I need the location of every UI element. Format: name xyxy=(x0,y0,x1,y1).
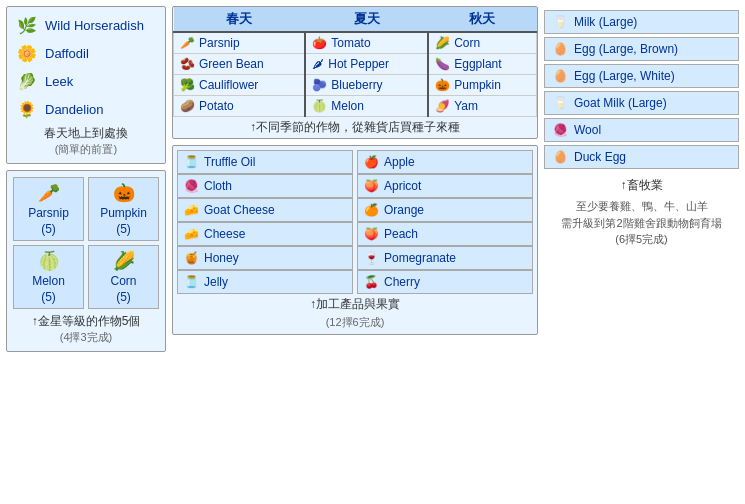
jelly-icon xyxy=(184,275,199,289)
main-container: Wild Horseradish Daffodil Leek Dandelion… xyxy=(0,0,745,504)
artisan-right-col: Apple Apricot Orange Peach Pomegranate C… xyxy=(357,150,533,294)
artisan-box: Truffle Oil Cloth Goat Cheese Cheese Hon… xyxy=(172,145,538,335)
goatmilk-icon xyxy=(553,96,568,110)
mid-column: 春天夏天秋天 ParsnipTomatoCornGreen BeanHot Pe… xyxy=(172,6,538,498)
honey-icon xyxy=(184,251,199,265)
blueberry-icon xyxy=(312,78,327,92)
season-cell: Blueberry xyxy=(305,75,428,96)
livestock-name: Wool xyxy=(574,123,601,137)
livestock-item: Goat Milk (Large) xyxy=(544,91,739,115)
artisan-name: Apricot xyxy=(384,179,421,193)
seasons-caption: ↑不同季節的作物，從雜貨店買種子來種 xyxy=(173,117,537,138)
horseradish-icon xyxy=(15,13,39,37)
artisan-item: Goat Cheese xyxy=(177,198,353,222)
artisan-name: Apple xyxy=(384,155,415,169)
season-cell: Green Bean xyxy=(174,54,306,75)
parsnip-icon xyxy=(180,36,195,50)
pomegranate-icon xyxy=(364,251,379,265)
livestock-item: Duck Egg xyxy=(544,145,739,169)
artisan-name: Honey xyxy=(204,251,239,265)
artisan-name: Cherry xyxy=(384,275,420,289)
season-cell: Hot Pepper xyxy=(305,54,428,75)
plant-name: Dandelion xyxy=(45,102,104,117)
egg-icon xyxy=(553,69,568,83)
goatcheese-icon xyxy=(184,203,199,217)
daffodil-icon xyxy=(15,41,39,65)
livestock-item: Egg (Large, Brown) xyxy=(544,37,739,61)
season-row: ParsnipTomatoCorn xyxy=(174,32,537,54)
artisan-item: Jelly xyxy=(177,270,353,294)
artisan-name: Pomegranate xyxy=(384,251,456,265)
plant-item: Dandelion xyxy=(15,97,157,121)
crop-name: Pumpkin xyxy=(454,78,501,92)
seasons-table: 春天夏天秋天 ParsnipTomatoCornGreen BeanHot Pe… xyxy=(173,7,537,117)
season-row: PotatoMelonYam xyxy=(174,96,537,117)
right-column: Milk (Large) Egg (Large, Brown) Egg (Lar… xyxy=(544,6,739,498)
livestock-name: Egg (Large, Brown) xyxy=(574,42,678,56)
cauliflower-icon xyxy=(180,78,195,92)
star-crop-item: Parsnip (5) xyxy=(13,177,84,241)
artisan-item: Orange xyxy=(357,198,533,222)
pumpkin-icon xyxy=(113,182,135,204)
star-crops-grid: Parsnip (5) Pumpkin (5) Melon (5) Corn (… xyxy=(13,177,159,309)
crop-name: Hot Pepper xyxy=(328,57,389,71)
star-crop-item: Corn (5) xyxy=(88,245,159,309)
eggplant-icon xyxy=(435,57,450,71)
livestock-name: Goat Milk (Large) xyxy=(574,96,667,110)
duckegg-icon xyxy=(553,150,568,164)
season-row: Green BeanHot PepperEggplant xyxy=(174,54,537,75)
livestock-caption: ↑畜牧業 xyxy=(544,177,739,194)
cheese-icon xyxy=(184,227,199,241)
cherry-icon xyxy=(364,275,379,289)
season-cell: Parsnip xyxy=(174,32,306,54)
plant-name: Wild Horseradish xyxy=(45,18,144,33)
season-cell: Eggplant xyxy=(428,54,536,75)
star-crop-item: Pumpkin (5) xyxy=(88,177,159,241)
star-crop-name: Melon xyxy=(32,274,65,288)
corn-icon xyxy=(435,36,450,50)
artisan-name: Cloth xyxy=(204,179,232,193)
livestock-item: Egg (Large, White) xyxy=(544,64,739,88)
star-crop-count: (5) xyxy=(116,290,131,304)
plant-item: Leek xyxy=(15,69,157,93)
star-crop-name: Pumpkin xyxy=(100,206,147,220)
star-crop-name: Corn xyxy=(110,274,136,288)
artisan-item: Apple xyxy=(357,150,533,174)
cloth-icon xyxy=(184,179,199,193)
season-cell: Cauliflower xyxy=(174,75,306,96)
crop-name: Blueberry xyxy=(331,78,382,92)
plants-list: Wild Horseradish Daffodil Leek Dandelion xyxy=(15,13,157,121)
plant-name: Leek xyxy=(45,74,73,89)
artisan-name: Truffle Oil xyxy=(204,155,255,169)
hotpepper-icon xyxy=(312,57,324,71)
season-cell: Corn xyxy=(428,32,536,54)
plant-item: Wild Horseradish xyxy=(15,13,157,37)
plant-item: Daffodil xyxy=(15,41,157,65)
crop-name: Tomato xyxy=(331,36,370,50)
star-crop-count: (5) xyxy=(41,222,56,236)
livestock-item: Milk (Large) xyxy=(544,10,739,34)
artisan-name: Peach xyxy=(384,227,418,241)
parsnip-icon xyxy=(38,182,60,204)
apricot-icon xyxy=(364,179,379,193)
crop-name: Yam xyxy=(454,99,478,113)
artisan-item: Apricot xyxy=(357,174,533,198)
artisan-item: Cloth xyxy=(177,174,353,198)
artisan-item: Pomegranate xyxy=(357,246,533,270)
livestock-subcaption: 至少要養雞、鴨、牛、山羊 需升級到第2階雞舍跟動物飼育場 (6擇5完成) xyxy=(544,198,739,248)
apple-icon xyxy=(364,155,379,169)
greenbean-icon xyxy=(180,57,195,71)
corn-icon xyxy=(113,250,135,272)
star-crop-name: Parsnip xyxy=(28,206,69,220)
artisan-caption: ↑加工產品與果實 xyxy=(177,294,533,315)
season-header: 夏天 xyxy=(305,7,428,32)
left-column: Wild Horseradish Daffodil Leek Dandelion… xyxy=(6,6,166,498)
crop-name: Corn xyxy=(454,36,480,50)
crop-name: Green Bean xyxy=(199,57,264,71)
season-cell: Tomato xyxy=(305,32,428,54)
star-crop-item: Melon (5) xyxy=(13,245,84,309)
season-cell: Yam xyxy=(428,96,536,117)
artisan-item: Cheese xyxy=(177,222,353,246)
artisan-item: Honey xyxy=(177,246,353,270)
artisan-item: Truffle Oil xyxy=(177,150,353,174)
